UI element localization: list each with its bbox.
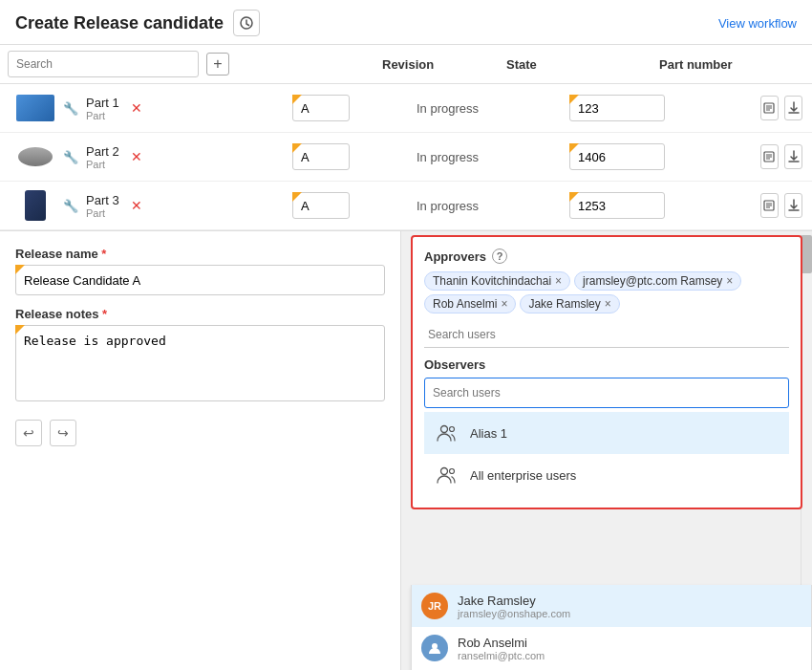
approvers-tags: Thanin Kovitchindachai × jramsley@ptc.co…	[424, 271, 789, 313]
part-icon-2: 🔧	[63, 150, 78, 164]
part-name-3: Part 3	[86, 193, 119, 207]
user-jake-ramsley[interactable]: JR Jake Ramsley jramsley@onshape.com	[412, 585, 811, 627]
user-name-jake: Jake Ramsley	[458, 594, 570, 608]
part-cell-1: 🔧 Part 1 Part ✕	[8, 84, 285, 132]
dropdown-item-alias1[interactable]: Alias 1	[424, 412, 789, 454]
user-info-rob: Rob Anselmi ranselmi@ptc.com	[458, 636, 545, 661]
approver-tag-close-4[interactable]: ×	[605, 298, 611, 310]
extended-user-dropdown: JR Jake Ramsley jramsley@onshape.com	[411, 585, 812, 670]
search-input[interactable]	[8, 51, 199, 77]
part-icon-1: 🔧	[63, 101, 78, 116]
approver-tag-label-4: Jake Ramsley	[528, 297, 600, 311]
download-icon	[788, 199, 800, 212]
delete-part-3-button[interactable]: ✕	[127, 194, 146, 217]
state-cell-3: In progress	[409, 193, 562, 219]
revision-cell-3	[285, 186, 409, 225]
part-icon-3: 🔧	[63, 199, 78, 213]
part-number-input-3[interactable]	[569, 192, 665, 219]
workflow-icon-button[interactable]	[233, 10, 260, 36]
approver-tag-close-2[interactable]: ×	[726, 275, 733, 287]
revision-input-1[interactable]	[292, 95, 350, 121]
part-number-cell-2	[562, 138, 753, 176]
view-part-3-button[interactable]	[760, 193, 779, 218]
col-part-number: Part number	[652, 57, 804, 72]
revision-input-3[interactable]	[292, 192, 350, 219]
svg-point-16	[450, 469, 455, 474]
download-icon	[788, 150, 800, 163]
approver-tag-label-1: Thanin Kovitchindachai	[433, 274, 551, 288]
observers-section-title: Observers	[424, 357, 789, 372]
view-part-1-button[interactable]	[760, 96, 779, 120]
part-number-input-2[interactable]	[569, 143, 665, 170]
part-number-input-1[interactable]	[569, 95, 665, 121]
redo-icon: ↪	[57, 425, 69, 441]
actions-cell-2	[753, 139, 810, 175]
required-star: *	[101, 247, 106, 261]
table-row: 🔧 Part 2 Part ✕ In progress	[0, 133, 812, 182]
view-workflow-link[interactable]: View workflow	[718, 16, 797, 31]
download-part-2-button[interactable]	[784, 144, 802, 169]
delete-part-1-button[interactable]: ✕	[127, 97, 146, 119]
col-revision: Revision	[374, 57, 499, 72]
approver-tag-close-1[interactable]: ×	[555, 275, 562, 287]
download-part-1-button[interactable]	[784, 96, 802, 120]
revision-input-2[interactable]	[292, 143, 350, 170]
approver-tag-close-3[interactable]: ×	[501, 298, 507, 310]
document-icon	[763, 200, 777, 211]
download-icon	[788, 101, 800, 115]
user-email-rob: ranselmi@ptc.com	[458, 650, 545, 661]
group-icon-2	[434, 462, 460, 488]
part-thumbnail-2	[15, 140, 55, 173]
workflow-icon	[239, 15, 254, 31]
view-part-2-button[interactable]	[760, 144, 779, 169]
svg-point-14	[450, 427, 455, 432]
avatar-rob	[421, 635, 448, 661]
user-rob-anselmi[interactable]: Rob Anselmi ranselmi@ptc.com	[412, 627, 811, 669]
release-notes-label: Release notes *	[15, 307, 385, 321]
approver-tag-2[interactable]: jramsley@ptc.com Ramsey ×	[574, 271, 741, 291]
approver-tag-4[interactable]: Jake Ramsley ×	[520, 294, 619, 313]
undo-button[interactable]: ↩	[15, 420, 42, 446]
redo-button[interactable]: ↪	[50, 420, 76, 446]
document-icon	[763, 102, 777, 114]
approver-tag-3[interactable]: Rob Anselmi ×	[424, 294, 516, 313]
required-star-2: *	[102, 307, 107, 321]
download-part-3-button[interactable]	[784, 193, 802, 218]
revision-cell-1	[285, 89, 409, 127]
header-left: Create Release candidate	[15, 10, 260, 36]
table-row: 🔧 Part 1 Part ✕ In progress	[0, 84, 812, 133]
part-thumbnail-1	[15, 92, 55, 124]
right-panel: Approvers ? Thanin Kovitchindachai × jra…	[401, 231, 812, 670]
part-name-2: Part 2	[86, 144, 119, 159]
release-name-label: Release name *	[15, 247, 385, 261]
dropdown-item-all-enterprise[interactable]: All enterprise users	[424, 454, 789, 496]
approvers-section-title: Approvers ?	[424, 249, 789, 264]
approvers-search-input[interactable]	[424, 321, 789, 348]
user-name-rob: Rob Anselmi	[458, 636, 545, 650]
part-type-2: Part	[86, 159, 119, 170]
revision-cell-2	[285, 138, 409, 176]
part-info-3: Part 3 Part	[86, 193, 119, 219]
user-info-jake: Jake Ramsley jramsley@onshape.com	[458, 594, 570, 619]
part-type-3: Part	[86, 207, 119, 219]
release-name-input[interactable]	[15, 265, 385, 295]
part-info-2: Part 2 Part	[86, 144, 119, 170]
header: Create Release candidate View workflow	[0, 0, 812, 45]
part-info-1: Part 1 Part	[86, 96, 119, 121]
col-state: State	[499, 57, 652, 72]
add-part-button[interactable]: +	[206, 53, 229, 76]
bottom-toolbar: ↩ ↪	[15, 416, 385, 446]
delete-part-2-button[interactable]: ✕	[127, 145, 146, 168]
table-row: 🔧 Part 3 Part ✕ In progress	[0, 182, 812, 230]
approver-tag-1[interactable]: Thanin Kovitchindachai ×	[424, 271, 570, 291]
release-notes-field: Release notes * Release is approved	[15, 307, 385, 404]
observers-dropdown-list: Alias 1 All enterprise users	[424, 412, 789, 496]
document-icon	[763, 151, 777, 162]
approvers-help-icon[interactable]: ?	[492, 249, 507, 264]
observers-search-input[interactable]	[424, 378, 789, 408]
parts-table-section: + Revision State Part number 🔧 Part 1 Pa…	[0, 45, 812, 231]
page-title: Create Release candidate	[15, 13, 224, 33]
part-type-1: Part	[86, 110, 119, 121]
release-notes-textarea[interactable]: Release is approved	[15, 325, 385, 401]
svg-point-13	[441, 426, 448, 433]
